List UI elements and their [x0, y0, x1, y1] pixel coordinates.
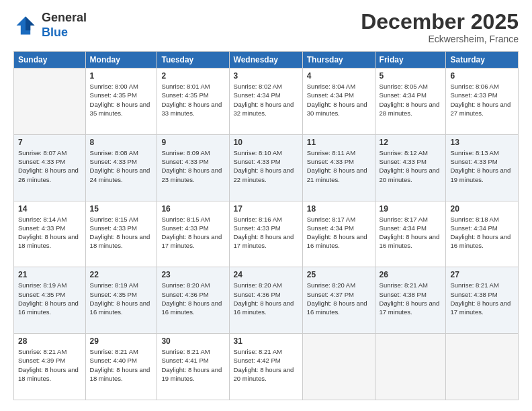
- week-row-2: 14Sunrise: 8:14 AM Sunset: 4:33 PM Dayli…: [14, 201, 519, 267]
- day-number: 13: [450, 138, 514, 147]
- day-number: 14: [18, 204, 81, 214]
- day-cell-3-3: 24Sunrise: 8:20 AM Sunset: 4:36 PM Dayli…: [229, 267, 302, 334]
- day-info: Sunrise: 8:16 AM Sunset: 4:33 PM Dayligh…: [234, 215, 298, 250]
- logo-blue: Blue: [42, 26, 68, 39]
- day-cell-2-5: 19Sunrise: 8:17 AM Sunset: 4:34 PM Dayli…: [375, 201, 446, 267]
- col-header-sunday: Sunday: [14, 52, 86, 68]
- day-cell-0-0: [14, 68, 86, 135]
- day-info: Sunrise: 8:18 AM Sunset: 4:34 PM Dayligh…: [450, 215, 514, 250]
- day-number: 10: [234, 138, 298, 147]
- day-cell-1-3: 10Sunrise: 8:10 AM Sunset: 4:33 PM Dayli…: [229, 134, 302, 201]
- day-cell-4-5: [375, 334, 446, 400]
- day-cell-0-6: 6Sunrise: 8:06 AM Sunset: 4:33 PM Daylig…: [446, 68, 519, 135]
- day-cell-1-4: 11Sunrise: 8:11 AM Sunset: 4:33 PM Dayli…: [302, 134, 375, 201]
- day-info: Sunrise: 8:06 AM Sunset: 4:33 PM Dayligh…: [450, 82, 514, 118]
- day-number: 30: [161, 336, 224, 346]
- col-header-friday: Friday: [375, 52, 446, 68]
- day-number: 25: [307, 270, 371, 279]
- week-row-4: 28Sunrise: 8:21 AM Sunset: 4:39 PM Dayli…: [14, 334, 519, 400]
- day-info: Sunrise: 8:02 AM Sunset: 4:34 PM Dayligh…: [234, 82, 298, 118]
- day-info: Sunrise: 8:00 AM Sunset: 4:35 PM Dayligh…: [90, 82, 153, 118]
- day-number: 4: [307, 71, 371, 81]
- day-number: 16: [161, 204, 224, 214]
- day-info: Sunrise: 8:05 AM Sunset: 4:34 PM Dayligh…: [380, 82, 442, 118]
- day-info: Sunrise: 8:08 AM Sunset: 4:33 PM Dayligh…: [90, 148, 153, 184]
- day-info: Sunrise: 8:04 AM Sunset: 4:34 PM Dayligh…: [307, 82, 371, 118]
- day-cell-0-5: 5Sunrise: 8:05 AM Sunset: 4:34 PM Daylig…: [375, 68, 446, 135]
- day-cell-4-3: 31Sunrise: 8:21 AM Sunset: 4:42 PM Dayli…: [229, 334, 302, 400]
- day-number: 28: [18, 336, 81, 346]
- day-info: Sunrise: 8:21 AM Sunset: 4:38 PM Dayligh…: [450, 281, 514, 316]
- day-number: 1: [90, 71, 153, 81]
- day-number: 7: [18, 138, 81, 147]
- page: General Blue December 2025 Eckwersheim, …: [0, 0, 532, 411]
- day-info: Sunrise: 8:15 AM Sunset: 4:33 PM Dayligh…: [161, 215, 224, 250]
- day-info: Sunrise: 8:13 AM Sunset: 4:33 PM Dayligh…: [450, 148, 514, 184]
- week-row-0: 1Sunrise: 8:00 AM Sunset: 4:35 PM Daylig…: [14, 68, 519, 135]
- day-info: Sunrise: 8:17 AM Sunset: 4:34 PM Dayligh…: [307, 215, 371, 250]
- day-info: Sunrise: 8:19 AM Sunset: 4:35 PM Dayligh…: [90, 281, 153, 316]
- day-info: Sunrise: 8:21 AM Sunset: 4:41 PM Dayligh…: [161, 347, 224, 383]
- day-cell-1-1: 8Sunrise: 8:08 AM Sunset: 4:33 PM Daylig…: [85, 134, 157, 201]
- day-info: Sunrise: 8:09 AM Sunset: 4:33 PM Dayligh…: [161, 148, 224, 184]
- month-title: December 2025: [361, 11, 519, 32]
- day-number: 23: [161, 270, 224, 279]
- day-number: 5: [380, 71, 442, 81]
- logo: General Blue: [13, 11, 87, 40]
- day-number: 9: [161, 138, 224, 147]
- day-cell-3-0: 21Sunrise: 8:19 AM Sunset: 4:35 PM Dayli…: [14, 267, 86, 334]
- day-number: 29: [90, 336, 153, 346]
- col-header-monday: Monday: [85, 52, 157, 68]
- day-number: 24: [234, 270, 298, 279]
- day-number: 15: [90, 204, 153, 214]
- header-row: Sunday Monday Tuesday Wednesday Thursday…: [14, 52, 519, 68]
- day-number: 22: [90, 270, 153, 279]
- day-number: 21: [18, 270, 81, 279]
- day-number: 26: [380, 270, 442, 279]
- day-info: Sunrise: 8:12 AM Sunset: 4:33 PM Dayligh…: [380, 148, 442, 184]
- day-number: 12: [380, 138, 442, 147]
- day-number: 2: [161, 71, 224, 81]
- day-number: 20: [450, 204, 514, 214]
- day-info: Sunrise: 8:15 AM Sunset: 4:33 PM Dayligh…: [90, 215, 153, 250]
- col-header-saturday: Saturday: [446, 52, 519, 68]
- day-number: 8: [90, 138, 153, 147]
- day-number: 27: [450, 270, 514, 279]
- day-cell-1-0: 7Sunrise: 8:07 AM Sunset: 4:33 PM Daylig…: [14, 134, 86, 201]
- day-cell-0-2: 2Sunrise: 8:01 AM Sunset: 4:35 PM Daylig…: [157, 68, 229, 135]
- day-cell-3-2: 23Sunrise: 8:20 AM Sunset: 4:36 PM Dayli…: [157, 267, 229, 334]
- day-cell-2-0: 14Sunrise: 8:14 AM Sunset: 4:33 PM Dayli…: [14, 201, 86, 267]
- day-info: Sunrise: 8:21 AM Sunset: 4:42 PM Dayligh…: [234, 347, 298, 383]
- day-cell-4-2: 30Sunrise: 8:21 AM Sunset: 4:41 PM Dayli…: [157, 334, 229, 400]
- day-cell-0-3: 3Sunrise: 8:02 AM Sunset: 4:34 PM Daylig…: [229, 68, 302, 135]
- day-info: Sunrise: 8:19 AM Sunset: 4:35 PM Dayligh…: [18, 281, 81, 316]
- day-info: Sunrise: 8:20 AM Sunset: 4:36 PM Dayligh…: [234, 281, 298, 316]
- logo-text: General Blue: [42, 11, 87, 40]
- day-number: 17: [234, 204, 298, 214]
- day-cell-2-6: 20Sunrise: 8:18 AM Sunset: 4:34 PM Dayli…: [446, 201, 519, 267]
- day-cell-2-3: 17Sunrise: 8:16 AM Sunset: 4:33 PM Dayli…: [229, 201, 302, 267]
- day-number: 11: [307, 138, 371, 147]
- day-cell-2-2: 16Sunrise: 8:15 AM Sunset: 4:33 PM Dayli…: [157, 201, 229, 267]
- day-number: 31: [234, 336, 298, 346]
- day-cell-1-5: 12Sunrise: 8:12 AM Sunset: 4:33 PM Dayli…: [375, 134, 446, 201]
- day-number: 6: [450, 71, 514, 81]
- day-cell-2-1: 15Sunrise: 8:15 AM Sunset: 4:33 PM Dayli…: [85, 201, 157, 267]
- title-block: December 2025 Eckwersheim, France: [361, 11, 519, 44]
- day-info: Sunrise: 8:17 AM Sunset: 4:34 PM Dayligh…: [380, 215, 442, 250]
- week-row-3: 21Sunrise: 8:19 AM Sunset: 4:35 PM Dayli…: [14, 267, 519, 334]
- day-info: Sunrise: 8:10 AM Sunset: 4:33 PM Dayligh…: [234, 148, 298, 184]
- day-cell-1-6: 13Sunrise: 8:13 AM Sunset: 4:33 PM Dayli…: [446, 134, 519, 201]
- day-cell-4-0: 28Sunrise: 8:21 AM Sunset: 4:39 PM Dayli…: [14, 334, 86, 400]
- day-cell-3-6: 27Sunrise: 8:21 AM Sunset: 4:38 PM Dayli…: [446, 267, 519, 334]
- subtitle: Eckwersheim, France: [361, 34, 519, 44]
- logo-general: General: [42, 11, 87, 24]
- day-cell-4-4: [302, 334, 375, 400]
- col-header-wednesday: Wednesday: [229, 52, 302, 68]
- day-number: 3: [234, 71, 298, 81]
- day-cell-4-6: [446, 334, 519, 400]
- day-info: Sunrise: 8:11 AM Sunset: 4:33 PM Dayligh…: [307, 148, 371, 184]
- day-number: 19: [380, 204, 442, 214]
- day-cell-3-5: 26Sunrise: 8:21 AM Sunset: 4:38 PM Dayli…: [375, 267, 446, 334]
- day-info: Sunrise: 8:07 AM Sunset: 4:33 PM Dayligh…: [18, 148, 81, 184]
